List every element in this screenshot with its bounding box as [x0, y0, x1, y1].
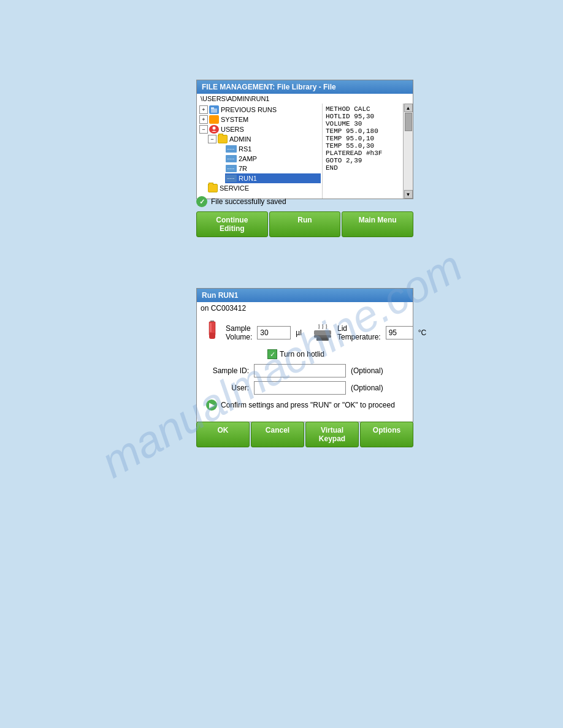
tree-label-admin: ADMIN [229, 135, 251, 143]
svg-rect-15 [314, 330, 331, 335]
file-management-panel: FILE MANAGEMENT: File Library - File \US… [196, 80, 413, 199]
scroll-track [404, 112, 413, 190]
user-label: User: [206, 384, 249, 392]
sample-id-optional: (Optional) [351, 366, 383, 375]
code-line-4: TEMP 95.0,180 [326, 127, 400, 135]
tree-item-7r[interactable]: ~~~ 7R [225, 164, 321, 173]
code-line-1: METHOD CALC [326, 105, 400, 113]
tree-label-previous-runs: PREVIOUS RUNS [221, 106, 277, 113]
code-line-3: VOLUME 30 [326, 120, 400, 127]
file-panel-content: + PREVIOUS RUNS + SYSTEM − USERS [197, 104, 413, 199]
run-panel-title: Run RUN1 [202, 291, 238, 300]
run-panel: Run RUN1 on CC003412 Sample Volume: µl [196, 288, 413, 422]
tree-label-rs1: RS1 [239, 145, 251, 153]
lid-temp-label: Lid Temperature: [337, 324, 381, 341]
sample-volume-input[interactable] [257, 326, 291, 339]
hotplate-icon [313, 320, 332, 344]
run-button[interactable]: Run [269, 211, 341, 237]
sample-id-label: Sample ID: [206, 366, 249, 375]
scroll-thumb[interactable] [405, 113, 412, 131]
tree-label-run1: RUN1 [239, 175, 257, 182]
code-line-9: END [326, 164, 400, 172]
file-panel-title: FILE MANAGEMENT: File Library - File [202, 83, 336, 91]
svg-point-2 [213, 127, 216, 130]
svg-text:~~~: ~~~ [227, 147, 234, 151]
scrollbar[interactable]: ▲ ▼ [403, 104, 413, 199]
tree-label-users: USERS [221, 126, 244, 133]
save-success-bar: ✓ File successfully saved [196, 196, 286, 207]
tree-label-2amp: 2AMP [239, 155, 257, 162]
svg-text:~~~: ~~~ [227, 176, 234, 181]
sample-volume-label: Sample Volume: [226, 324, 252, 341]
svg-rect-16 [314, 335, 331, 338]
file-tree: + PREVIOUS RUNS + SYSTEM − USERS [197, 104, 323, 199]
scroll-up-btn[interactable]: ▲ [404, 104, 413, 112]
svg-text:~~~: ~~~ [227, 157, 234, 161]
run-subtitle: on CC003412 [197, 302, 413, 314]
tree-label-system: SYSTEM [221, 116, 248, 123]
cancel-button[interactable]: Cancel [251, 422, 304, 447]
file-panel-header: FILE MANAGEMENT: File Library - File [197, 80, 413, 94]
save-message: File successfully saved [211, 197, 286, 206]
svg-rect-1 [211, 107, 214, 109]
confirm-message: Confirm settings and press "RUN" or "OK"… [221, 401, 395, 409]
tree-item-rs1[interactable]: ~~~ RS1 [225, 144, 321, 154]
svg-rect-11 [210, 320, 214, 322]
tree-label-service: SERVICE [220, 184, 249, 192]
tube-icon [206, 320, 218, 344]
hotlid-checkbox[interactable]: ✓ [267, 349, 277, 359]
tree-item-system[interactable]: + SYSTEM [199, 115, 321, 124]
options-button[interactable]: Options [360, 422, 413, 447]
run-panel-header: Run RUN1 [197, 289, 413, 302]
main-menu-button[interactable]: Main Menu [342, 211, 413, 237]
success-icon: ✓ [196, 196, 207, 207]
code-line-7: PLATEREAD #h3F [326, 150, 400, 157]
expander-admin[interactable]: − [208, 135, 216, 143]
bottom-action-buttons: OK Cancel Virtual Keypad Options [196, 422, 413, 447]
expander-previous-runs[interactable]: + [199, 105, 208, 114]
user-row: User: (Optional) [206, 381, 404, 395]
user-optional: (Optional) [351, 384, 383, 392]
tree-item-service[interactable]: SERVICE [208, 183, 321, 193]
sample-id-row: Sample ID: (Optional) [206, 364, 404, 377]
lid-temp-input[interactable] [386, 326, 413, 339]
hotlid-label: Turn on hotlid [280, 350, 324, 358]
run-body: Sample Volume: µl Lid Temperature: °C [197, 314, 413, 422]
code-line-8: GOTO 2,39 [326, 157, 400, 164]
continue-editing-button[interactable]: Continue Editing [196, 211, 268, 237]
user-input[interactable] [254, 381, 346, 395]
folder-icon-admin [218, 135, 228, 143]
tree-item-admin[interactable]: − ADMIN [208, 134, 321, 144]
top-action-buttons: Continue Editing Run Main Menu [196, 211, 413, 237]
confirm-bar: ▶ Confirm settings and press "RUN" or "O… [206, 400, 404, 411]
expander-users[interactable]: − [199, 125, 208, 134]
virtual-keypad-button[interactable]: Virtual Keypad [305, 422, 359, 447]
sample-id-input[interactable] [254, 364, 346, 377]
tree-item-run1[interactable]: ~~~ RUN1 [225, 173, 321, 183]
ok-button[interactable]: OK [196, 422, 250, 447]
svg-text:~~~: ~~~ [227, 167, 234, 171]
svg-rect-17 [316, 338, 329, 341]
code-area: METHOD CALC HOTLID 95,30 VOLUME 30 TEMP … [323, 104, 403, 199]
tree-item-users[interactable]: − USERS [199, 124, 321, 134]
file-panel-path: \USERS\ADMIN\RUN1 [197, 94, 413, 104]
svg-rect-14 [210, 323, 212, 332]
svg-rect-13 [209, 333, 215, 339]
tree-label-7r: 7R [239, 165, 247, 172]
expander-system[interactable]: + [199, 115, 208, 124]
scroll-down-btn[interactable]: ▼ [404, 190, 413, 199]
folder-icon-service [208, 184, 218, 192]
confirm-icon: ▶ [206, 400, 217, 411]
tree-item-previous-runs[interactable]: + PREVIOUS RUNS [199, 105, 321, 115]
code-line-5: TEMP 95.0,10 [326, 135, 400, 142]
volume-lid-row: Sample Volume: µl Lid Temperature: °C [206, 320, 404, 344]
tree-item-2amp[interactable]: ~~~ 2AMP [225, 154, 321, 164]
sample-volume-unit: µl [296, 328, 302, 337]
hotlid-checkbox-row: ✓ Turn on hotlid [267, 349, 404, 359]
svg-rect-0 [211, 108, 217, 113]
code-line-6: TEMP 55.0,30 [326, 142, 400, 150]
code-line-2: HOTLID 95,30 [326, 113, 400, 120]
lid-temp-unit: °C [418, 328, 426, 337]
